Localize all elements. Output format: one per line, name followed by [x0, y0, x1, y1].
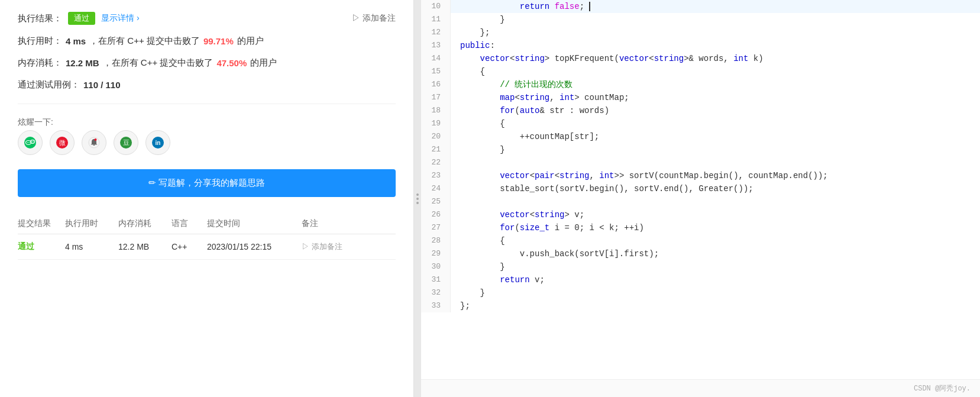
line-content-20: ++countMap[str]; — [451, 130, 980, 143]
code-line-29: 29 v.push_back(sortV[i].first); — [421, 247, 980, 260]
line-content-27: for(size_t i = 0; i < k; ++i) — [451, 221, 980, 234]
row-add-note[interactable]: ▷ 添加备注 — [302, 241, 396, 252]
line-num-21: 21 — [421, 143, 451, 156]
splitter-dot-3 — [416, 202, 419, 204]
code-line-26: 26 vector<string> v; — [421, 208, 980, 221]
code-line-22: 22 — [421, 156, 980, 169]
code-line-20: 20 ++countMap[str]; — [421, 130, 980, 143]
code-line-31: 31 return v; — [421, 273, 980, 286]
line-num-33: 33 — [421, 299, 451, 312]
code-line-32: 32 } — [421, 286, 980, 299]
line-num-10: 10 — [421, 0, 451, 13]
line-num-30: 30 — [421, 260, 451, 273]
svg-text:in: in — [156, 140, 161, 146]
line-content-21: } — [451, 143, 980, 156]
line-content-29: v.push_back(sortV[i].first); — [451, 247, 980, 260]
test-cases-label: 通过测试用例： — [18, 79, 80, 91]
code-line-13: 13 public: — [421, 39, 980, 52]
line-content-18: for(auto& str : words) — [451, 104, 980, 117]
line-num-19: 19 — [421, 117, 451, 130]
code-line-19: 19 { — [421, 117, 980, 130]
svg-point-3 — [27, 142, 28, 143]
line-content-23: vector<pair<string, int>> sortV(countMap… — [451, 169, 980, 182]
code-line-21: 21 } — [421, 143, 980, 156]
svg-point-6 — [33, 141, 33, 142]
pass-badge: 通过 — [68, 12, 95, 25]
code-line-33: 33 }; — [421, 299, 980, 312]
line-content-31: return v; — [451, 273, 980, 286]
line-num-14: 14 — [421, 52, 451, 65]
row-time: 4 ms — [65, 242, 118, 251]
line-content-10: return false; — [451, 0, 980, 13]
write-solution-button[interactable]: ✏ 写题解，分享我的解题思路 — [18, 169, 396, 197]
table-header: 提交结果 执行用时 内存消耗 语言 提交时间 备注 — [18, 214, 396, 234]
col-header-lang: 语言 — [172, 218, 207, 229]
line-num-13: 13 — [421, 39, 451, 52]
memory-unit: 的用户 — [250, 57, 277, 69]
line-num-15: 15 — [421, 65, 451, 78]
wechat-icon[interactable] — [18, 130, 43, 155]
execution-result-row: 执行结果： 通过 显示详情 › ▷ 添加备注 — [18, 12, 396, 25]
add-note-button[interactable]: ▷ 添加备注 — [352, 13, 396, 24]
col-header-memory: 内存消耗 — [118, 218, 172, 229]
line-content-16: // 统计出现的次数 — [451, 78, 980, 91]
code-line-23: 23 vector<pair<string, int>> sortV(count… — [421, 169, 980, 182]
code-editor-panel: 10 return false; 11 } 12 }; 13 public: 1… — [421, 0, 980, 397]
test-cases-row: 通过测试用例： 110 / 110 — [18, 79, 396, 91]
linkedin-icon[interactable]: in — [145, 130, 170, 155]
splitter-dot-2 — [416, 198, 419, 200]
code-line-16: 16 // 统计出现的次数 — [421, 78, 980, 91]
share-label: 炫耀一下: — [18, 117, 396, 128]
divider — [18, 104, 396, 104]
notification-icon[interactable] — [82, 130, 106, 155]
col-header-result: 提交结果 — [18, 218, 65, 229]
line-content-32: } — [451, 286, 980, 299]
line-content-12: }; — [451, 26, 980, 39]
social-icons-container: 微 豆 — [18, 130, 396, 155]
share-section: 炫耀一下: 微 — [18, 117, 396, 155]
line-num-25: 25 — [421, 195, 451, 208]
execution-time-suffix: ，在所有 C++ 提交中击败了 — [89, 35, 200, 47]
line-num-24: 24 — [421, 182, 451, 195]
code-line-27: 27 for(size_t i = 0; i < k; ++i) — [421, 221, 980, 234]
line-num-23: 23 — [421, 169, 451, 182]
svg-text:豆: 豆 — [123, 139, 130, 146]
execution-time-label: 执行用时： — [18, 35, 62, 47]
execution-result-label: 执行结果： — [18, 13, 62, 24]
weibo-icon[interactable]: 微 — [50, 130, 75, 155]
line-num-32: 32 — [421, 286, 451, 299]
code-line-12: 12 }; — [421, 26, 980, 39]
test-cases-value: 110 / 110 — [83, 80, 121, 90]
memory-label: 内存消耗： — [18, 57, 62, 69]
watermark: CSDN @阿秃joy. — [421, 379, 980, 397]
line-num-12: 12 — [421, 26, 451, 39]
line-num-27: 27 — [421, 221, 451, 234]
douban-icon[interactable]: 豆 — [114, 130, 138, 155]
submission-table: 提交结果 执行用时 内存消耗 语言 提交时间 备注 通过 4 ms 12.2 M… — [18, 214, 396, 260]
row-lang: C++ — [172, 242, 207, 251]
svg-point-5 — [31, 141, 32, 142]
svg-point-11 — [95, 138, 97, 141]
line-content-11: } — [451, 13, 980, 26]
code-area[interactable]: 10 return false; 11 } 12 }; 13 public: 1… — [421, 0, 980, 379]
line-content-33: }; — [451, 299, 980, 312]
code-line-30: 30 } — [421, 260, 980, 273]
line-content-22 — [451, 156, 980, 169]
line-content-30: } — [451, 260, 980, 273]
line-num-20: 20 — [421, 130, 451, 143]
svg-text:微: 微 — [59, 139, 66, 146]
line-num-26: 26 — [421, 208, 451, 221]
line-content-17: map<string, int> countMap; — [451, 91, 980, 104]
detail-link[interactable]: 显示详情 › — [101, 13, 140, 24]
execution-time-unit: 的用户 — [237, 35, 264, 47]
line-content-24: stable_sort(sortV.begin(), sortV.end(), … — [451, 182, 980, 195]
col-header-time: 执行用时 — [65, 218, 118, 229]
code-line-11: 11 } — [421, 13, 980, 26]
col-header-note: 备注 — [302, 218, 396, 229]
row-date: 2023/01/15 22:15 — [207, 242, 302, 251]
line-num-18: 18 — [421, 104, 451, 117]
splitter-dot-1 — [416, 193, 419, 196]
execution-time-percent: 99.71% — [203, 36, 234, 46]
svg-point-4 — [29, 142, 30, 143]
panel-splitter[interactable] — [414, 0, 421, 397]
